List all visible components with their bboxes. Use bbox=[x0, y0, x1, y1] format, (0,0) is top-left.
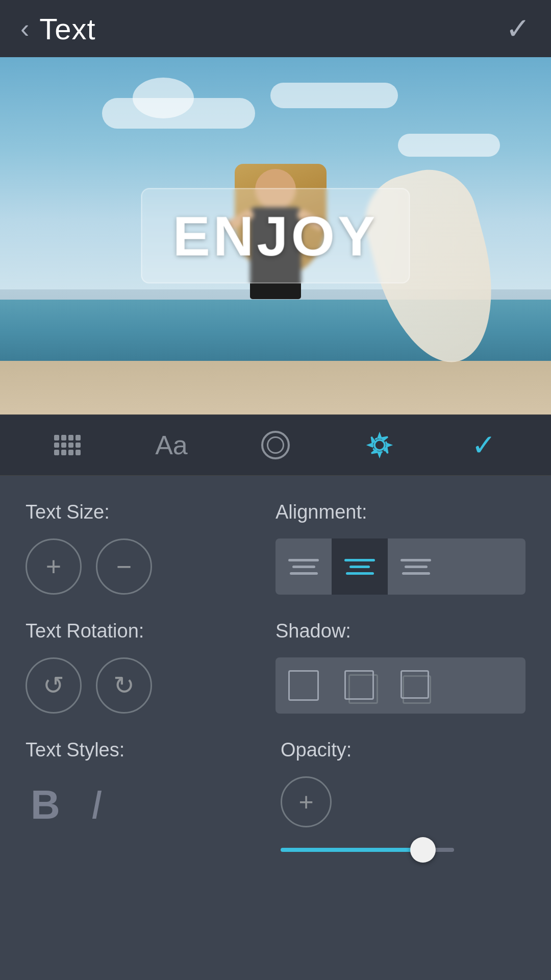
line-1 bbox=[344, 559, 375, 561]
text-size-buttons: + − bbox=[26, 538, 276, 595]
cloud-1 bbox=[102, 98, 255, 129]
opacity-plus-icon: + bbox=[298, 787, 313, 817]
line-3 bbox=[290, 572, 318, 575]
text-overlay-box[interactable]: ENJOY bbox=[141, 188, 410, 284]
toolbar-item-gear[interactable] bbox=[359, 425, 400, 465]
text-size-section: Text Size: + − bbox=[26, 501, 276, 595]
shadow-none-icon bbox=[288, 670, 319, 701]
alignment-section: Alignment: bbox=[276, 501, 525, 595]
rotate-ccw-icon: ↺ bbox=[43, 671, 64, 700]
header: ‹ Text ✓ bbox=[0, 0, 551, 57]
controls-row-1: Text Size: + − Alignment: bbox=[26, 501, 525, 595]
page-title: Text bbox=[39, 12, 95, 46]
header-left: ‹ Text bbox=[20, 12, 96, 46]
toolbar-item-keyboard[interactable] bbox=[47, 425, 88, 465]
align-center-button[interactable] bbox=[332, 538, 388, 595]
opacity-controls: + bbox=[281, 776, 525, 852]
controls-row-2: Text Rotation: ↺ ↻ Shadow: bbox=[26, 620, 525, 714]
opacity-slider-thumb[interactable] bbox=[410, 837, 436, 863]
text-rotation-label: Text Rotation: bbox=[26, 620, 276, 642]
header-confirm-icon[interactable]: ✓ bbox=[506, 11, 531, 46]
font-icon: Aa bbox=[155, 430, 188, 460]
shadow-hard-button[interactable] bbox=[388, 657, 444, 714]
shadow-soft-icon bbox=[344, 670, 375, 701]
confirm-check-icon: ✓ bbox=[471, 428, 496, 462]
toolbar-item-circle[interactable] bbox=[255, 425, 296, 465]
controls-row-3: Text Styles: B I Opacity: + bbox=[26, 739, 525, 852]
rotation-buttons: ↺ ↻ bbox=[26, 657, 276, 714]
text-styles-section: Text Styles: B I bbox=[26, 739, 270, 834]
target-icon bbox=[261, 431, 290, 459]
align-right-icon bbox=[400, 559, 431, 575]
text-size-decrease-button[interactable]: − bbox=[96, 538, 152, 595]
image-preview: ENJOY bbox=[0, 57, 551, 414]
align-right-button[interactable] bbox=[388, 538, 444, 595]
alignment-label: Alignment: bbox=[276, 501, 525, 523]
line-3 bbox=[346, 572, 374, 575]
opacity-section: Opacity: + bbox=[270, 739, 525, 852]
line-1 bbox=[288, 559, 319, 561]
alignment-group bbox=[276, 538, 525, 595]
opacity-add-button[interactable]: + bbox=[281, 776, 332, 827]
sand-bg bbox=[0, 361, 551, 414]
text-style-buttons: B I bbox=[26, 776, 270, 834]
toolbar-item-confirm[interactable]: ✓ bbox=[463, 425, 504, 465]
align-left-icon bbox=[288, 559, 319, 575]
minus-icon: − bbox=[116, 553, 132, 580]
shadow-hard-icon bbox=[400, 670, 431, 701]
toolbar-item-font[interactable]: Aa bbox=[151, 425, 192, 465]
opacity-slider-track bbox=[281, 848, 454, 852]
shadow-section: Shadow: bbox=[276, 620, 525, 714]
text-size-increase-button[interactable]: + bbox=[26, 538, 82, 595]
toolbar: Aa ✓ bbox=[0, 414, 551, 476]
italic-button[interactable]: I bbox=[86, 776, 107, 834]
overlay-text: ENJOY bbox=[173, 205, 379, 267]
line-2 bbox=[405, 566, 428, 568]
line-3 bbox=[402, 572, 430, 575]
plus-icon: + bbox=[46, 553, 61, 580]
gear-icon bbox=[365, 431, 394, 459]
bold-button[interactable]: B bbox=[26, 776, 65, 834]
keyboard-icon bbox=[54, 435, 81, 455]
text-size-label: Text Size: bbox=[26, 501, 276, 523]
rotate-clockwise-button[interactable]: ↻ bbox=[96, 657, 152, 714]
shadow-soft-button[interactable] bbox=[332, 657, 388, 714]
cloud-3 bbox=[270, 83, 398, 108]
rotate-counterclockwise-button[interactable]: ↺ bbox=[26, 657, 82, 714]
shadow-group bbox=[276, 657, 525, 714]
opacity-label: Opacity: bbox=[281, 739, 525, 761]
align-left-button[interactable] bbox=[276, 538, 332, 595]
line-2 bbox=[292, 566, 315, 568]
rotate-cw-icon: ↻ bbox=[113, 671, 135, 700]
cloud-2 bbox=[398, 134, 500, 157]
line-2 bbox=[349, 566, 370, 568]
text-styles-label: Text Styles: bbox=[26, 739, 270, 761]
align-center-icon bbox=[344, 559, 375, 575]
text-rotation-section: Text Rotation: ↺ ↻ bbox=[26, 620, 276, 714]
shadow-none-button[interactable] bbox=[276, 657, 332, 714]
shadow-label: Shadow: bbox=[276, 620, 525, 642]
controls-panel: Text Size: + − Alignment: bbox=[0, 476, 551, 893]
back-icon[interactable]: ‹ bbox=[20, 15, 29, 42]
line-1 bbox=[400, 559, 431, 561]
svg-point-0 bbox=[374, 440, 385, 450]
